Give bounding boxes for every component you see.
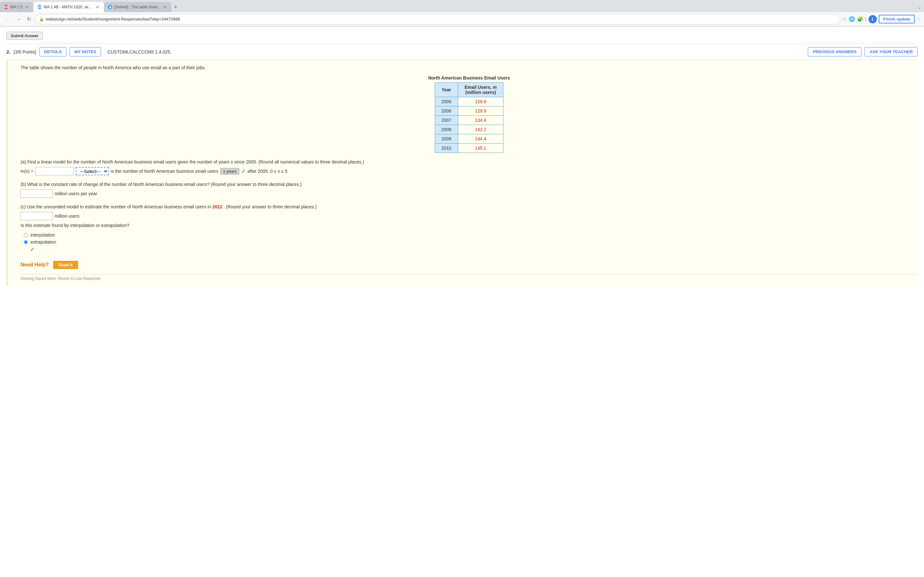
part-a-input[interactable] [35, 167, 74, 175]
address-bar[interactable]: 🔒 webassign.net/web/Student/Assignment-R… [35, 14, 840, 24]
part-a: (a) Find a linear model for the number o… [21, 159, 918, 175]
extension-button-1[interactable]: 🌐 [849, 16, 855, 22]
profile-button[interactable]: 1 [869, 15, 877, 23]
tab3-title: [Solved] . The table show... [114, 5, 160, 9]
cell-year: 2010 [435, 143, 458, 153]
part-a-check: ✓ [241, 168, 246, 174]
part-c-label: (c) Use the unrounded model to estimate … [21, 204, 918, 210]
cell-value: 145.1 [458, 143, 503, 153]
cell-year: 2006 [435, 106, 458, 116]
part-c-year: 2012 [212, 204, 222, 210]
tab1-close[interactable]: ✕ [24, 5, 29, 10]
need-help-section: Need Help? Read It [21, 261, 918, 269]
back-button[interactable]: ← [3, 15, 12, 23]
tab2-favicon: WA [37, 5, 42, 9]
part-b-input[interactable] [21, 189, 53, 198]
interpolation-label: interpolation [31, 232, 55, 237]
tab2-title: WA 1.4B - MATH 1020, secti... [44, 5, 93, 9]
tab3-close[interactable]: ✕ [162, 5, 168, 10]
interpolation-option[interactable]: interpolation [24, 232, 918, 237]
table-header-row: Year Email Users, m(million users) [435, 83, 503, 97]
submit-area: Submit Answer [6, 30, 918, 44]
part-b-label: (b) What is the constant rate of change … [21, 182, 918, 187]
part-b: (b) What is the constant rate of change … [21, 182, 918, 198]
lock-icon: 🔒 [39, 17, 44, 21]
cell-value: 144.4 [458, 134, 503, 143]
part-c-form: million users [21, 212, 918, 220]
nav-actions: ☆ 🌐 🧩 | 1 Finish update ⋮ [842, 15, 921, 23]
col-users-header: Email Users, m(million users) [458, 83, 503, 97]
extrapolation-radio[interactable] [24, 240, 28, 244]
table-row: 2010145.1 [435, 143, 503, 153]
part-c-check: ✓ [30, 247, 918, 253]
ask-teacher-button[interactable]: ASK YOUR TEACHER [865, 47, 918, 56]
tab3-favicon: ★ [108, 5, 112, 9]
extrapolation-option[interactable]: extrapolation [24, 239, 918, 245]
cell-value: 129.9 [458, 106, 503, 116]
viewing-label: Viewing Saved Work: Revert to Last Respo… [21, 274, 918, 281]
need-help-label: Need Help? [21, 262, 49, 268]
tab2-close[interactable]: ✕ [95, 5, 100, 10]
table-row: 2007134.4 [435, 116, 503, 125]
tab-2[interactable]: WA WA 1.4B - MATH 1020, secti... ✕ [33, 2, 104, 12]
part-a-after-badge: after 2005. 0 ≤ x ≤ 5 [247, 169, 287, 174]
cell-year: 2009 [435, 134, 458, 143]
tab-3[interactable]: ★ [Solved] . The table show... ✕ [104, 2, 171, 12]
table-row: 2006129.9 [435, 106, 503, 116]
question-number: 2. [6, 49, 11, 55]
bookmark-button[interactable]: ☆ [842, 16, 846, 22]
interpolation-question: Is this estimate found by interpolation … [21, 223, 918, 228]
table-title: North American Business Email Users [21, 75, 918, 81]
my-notes-button[interactable]: MY NOTES [69, 47, 101, 56]
cell-value: 134.4 [458, 116, 503, 125]
x-years-badge: x years [220, 168, 239, 175]
tab-bar: WA WA 1.5 ✕ WA WA 1.4B - MATH 1020, sect… [0, 0, 924, 12]
nav-bar: ← → ↻ 🔒 webassign.net/web/Student/Assign… [0, 12, 924, 26]
part-b-form: million users per year [21, 189, 918, 198]
cell-value: 128.8 [458, 97, 503, 106]
problem-body: The table shows the number of people in … [6, 60, 918, 286]
part-a-after-select: is the number of North American business… [111, 169, 218, 174]
forward-button[interactable]: → [14, 15, 23, 23]
reload-button[interactable]: ↻ [25, 15, 33, 23]
part-c: (c) Use the unrounded model to estimate … [21, 204, 918, 255]
previous-answers-button[interactable]: PREVIOUS ANSWERS [808, 47, 861, 56]
col-year-header: Year [435, 83, 458, 97]
question-header: 2. [3/6 Points] DETAILS MY NOTES CUSTOML… [6, 44, 918, 60]
new-tab-button[interactable]: + [171, 2, 180, 12]
problem-description: The table shows the number of people in … [21, 65, 918, 70]
interpolation-radio[interactable] [24, 233, 28, 237]
address-text: webassign.net/web/Student/Assignment-Res… [46, 17, 836, 21]
part-a-form: m(x) = ---Select--- m x t n is the numbe… [21, 167, 918, 175]
cell-year: 2005 [435, 97, 458, 106]
extrapolation-label: extrapolation [31, 239, 56, 245]
cell-year: 2008 [435, 125, 458, 134]
part-c-input[interactable] [21, 212, 53, 220]
details-button[interactable]: DETAILS [39, 47, 67, 56]
cell-value: 142.2 [458, 125, 503, 134]
table-container: North American Business Email Users Year… [21, 75, 918, 153]
radio-group: interpolation extrapolation ✓ [24, 230, 918, 255]
table-row: 2009144.4 [435, 134, 503, 143]
table-row: 2005128.8 [435, 97, 503, 106]
tab1-favicon: WA [4, 5, 8, 9]
mx-prefix: m(x) = [21, 169, 33, 174]
page-content: Submit Answer 2. [3/6 Points] DETAILS MY… [0, 27, 924, 289]
submit-answer-button[interactable]: Submit Answer [6, 32, 43, 40]
data-table: Year Email Users, m(million users) 20051… [435, 82, 504, 153]
table-row: 2008142.2 [435, 125, 503, 134]
tab1-title: WA 1.5 [10, 5, 23, 9]
part-a-select[interactable]: ---Select--- m x t n [76, 167, 109, 175]
read-it-button[interactable]: Read It [53, 261, 78, 269]
browser-chrome: WA WA 1.5 ✕ WA WA 1.4B - MATH 1020, sect… [0, 0, 924, 27]
part-b-after: million users per year [55, 191, 97, 196]
question-code: CUSTOMLCALCCON5 1.4.025. [107, 49, 171, 55]
part-a-label: (a) Find a linear model for the number o… [21, 159, 918, 164]
tab-overflow-button[interactable]: ⌄ [915, 2, 924, 12]
points-badge: [3/6 Points] [14, 49, 36, 55]
part-c-after: million users [55, 213, 79, 219]
tab-1[interactable]: WA WA 1.5 ✕ [0, 2, 33, 12]
cell-year: 2007 [435, 116, 458, 125]
extension-button-2[interactable]: 🧩 [857, 16, 863, 22]
finish-update-button[interactable]: Finish update [879, 15, 915, 23]
